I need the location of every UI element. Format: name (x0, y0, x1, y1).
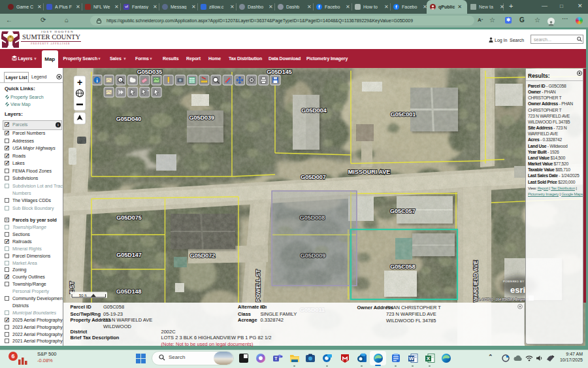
svg-text:W: W (409, 356, 414, 361)
svg-text:6: 6 (11, 353, 14, 360)
svg-text:T: T (274, 356, 278, 361)
svg-text:X: X (427, 356, 431, 361)
